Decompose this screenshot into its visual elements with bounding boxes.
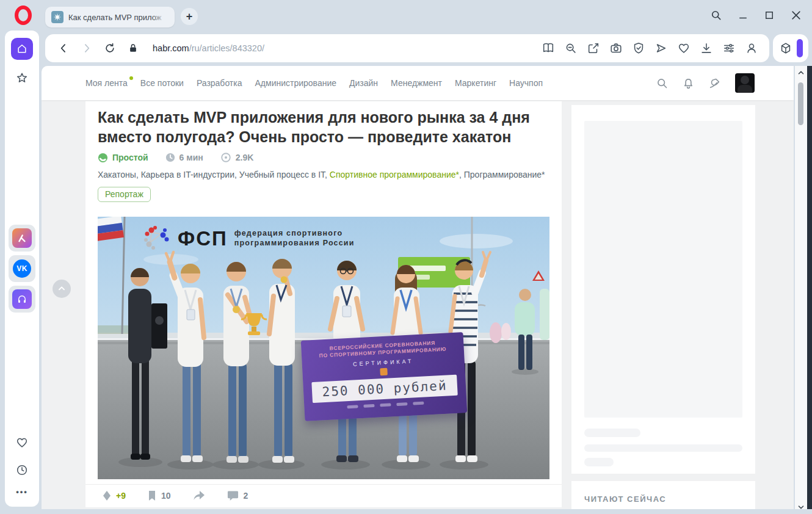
chevron-up-icon xyxy=(57,284,67,294)
share-button[interactable] xyxy=(193,490,205,501)
sidebar-more-icon[interactable]: ••• xyxy=(16,487,28,496)
url-host: habr.com xyxy=(153,43,189,53)
road-warning-sign xyxy=(532,270,545,281)
habr-nav-item[interactable]: Маркетинг xyxy=(455,78,496,88)
web-page: Моя лента Все потоки Разработка Админист… xyxy=(42,66,794,514)
article-cover-photo: ФСП федерация спортивного программирован… xyxy=(98,217,549,479)
habr-nav-item[interactable]: Дизайн xyxy=(349,78,378,88)
unread-dot xyxy=(129,76,133,80)
headphones-icon xyxy=(12,289,32,309)
close-icon[interactable] xyxy=(790,9,802,21)
history-clock-icon[interactable] xyxy=(15,463,29,477)
ad-placeholder xyxy=(584,121,742,418)
extension-cube-icon[interactable] xyxy=(779,42,792,55)
difficulty-icon xyxy=(98,153,108,163)
article-stats-bar: +9 10 2 xyxy=(85,484,562,507)
gradient-app-icon xyxy=(12,228,32,248)
vk-icon: VK xyxy=(13,259,31,278)
article-card: Как сделать MVP приложения для нового ры… xyxy=(85,101,562,507)
browser-update-pill[interactable] xyxy=(797,39,803,57)
share-icon xyxy=(193,490,205,501)
search-icon[interactable] xyxy=(656,77,669,90)
hub-link[interactable]: Спортивное программирование* xyxy=(330,170,459,179)
habr-nav-item[interactable]: Разработка xyxy=(197,78,242,88)
hub-link[interactable]: Программирование* xyxy=(464,170,545,179)
page-scrollbar[interactable] xyxy=(795,66,807,514)
views-count: 2.9K xyxy=(220,152,254,163)
settings-sliders-icon[interactable] xyxy=(722,42,736,55)
fsp-logo: ФСП федерация спортивного программирован… xyxy=(143,224,355,252)
scroll-to-top-button[interactable] xyxy=(53,280,71,298)
browser-tab[interactable]: Как сделать MVP прилож xyxy=(45,7,175,27)
fsp-molecule-icon xyxy=(143,224,171,252)
reload-icon[interactable] xyxy=(103,41,117,56)
format-badge[interactable]: Репортаж xyxy=(98,187,151,202)
comment-icon xyxy=(227,490,239,501)
address-bar-actions xyxy=(542,42,758,55)
prize-amount: 250 000 рублей xyxy=(311,375,457,403)
hub: Спортивное программирование*, xyxy=(330,170,464,179)
maximize-icon[interactable] xyxy=(764,10,775,21)
hub-link[interactable]: Учебный процесс в IT xyxy=(239,170,325,179)
window-titlebar: Как сделать MVP прилож + xyxy=(0,0,812,31)
send-to-device-icon[interactable] xyxy=(654,42,668,55)
hub-link[interactable]: Карьера в IT-индустрии xyxy=(141,170,234,179)
eye-icon xyxy=(220,152,231,163)
window-bottom-edge xyxy=(0,509,812,514)
scrollbar-up-icon[interactable] xyxy=(797,68,805,77)
bookmark-button[interactable]: 10 xyxy=(148,490,171,501)
minimize-icon[interactable] xyxy=(738,10,749,21)
read-time: 6 мин xyxy=(165,153,203,162)
snapshot-icon[interactable] xyxy=(587,42,600,55)
article-meta: Простой 6 мин 2.9K xyxy=(98,151,549,164)
bookmark-icon xyxy=(148,490,156,501)
hub: Программирование* xyxy=(464,170,545,179)
habr-favicon-icon xyxy=(51,11,63,23)
zoom-out-icon[interactable] xyxy=(564,42,578,55)
sidebar-heart-icon[interactable] xyxy=(15,435,29,450)
window-right-edge xyxy=(807,66,812,514)
opera-logo-icon[interactable] xyxy=(15,5,32,25)
opera-sidebar: VK ••• xyxy=(5,31,39,507)
habr-nav-item[interactable]: Все потоки xyxy=(140,78,184,88)
address-bar[interactable]: habr.com/ru/articles/843320/ xyxy=(45,34,769,62)
sidebar-app-music[interactable] xyxy=(9,286,35,313)
habr-nav-item[interactable]: Научпоп xyxy=(509,78,543,88)
habr-nav-item[interactable]: Моя лента xyxy=(85,78,128,88)
sidebar-app-vk[interactable]: VK xyxy=(9,255,35,282)
forward-icon[interactable] xyxy=(79,41,94,56)
lock-icon[interactable] xyxy=(126,41,140,56)
download-icon[interactable] xyxy=(700,42,713,55)
certificate-emblem xyxy=(380,368,388,376)
habr-nav: Моя лента Все потоки Разработка Админист… xyxy=(85,66,543,100)
heart-icon[interactable] xyxy=(677,42,691,55)
url-field[interactable]: habr.com/ru/articles/843320/ xyxy=(153,43,264,53)
vote-button[interactable]: +9 xyxy=(103,490,126,501)
new-tab-button[interactable]: + xyxy=(181,8,198,25)
habr-header-actions xyxy=(656,66,755,100)
window-search-icon[interactable] xyxy=(710,9,722,21)
sidebar-home-button[interactable] xyxy=(11,38,33,60)
user-avatar[interactable] xyxy=(735,73,755,93)
hub-link[interactable]: Хакатоны xyxy=(98,170,136,179)
back-icon[interactable] xyxy=(56,41,71,56)
scrollbar-thumb[interactable] xyxy=(798,82,803,125)
shield-check-icon[interactable] xyxy=(632,42,645,55)
bookmarks-star-icon[interactable] xyxy=(15,71,29,85)
reader-mode-icon[interactable] xyxy=(542,42,555,55)
sidebar-app-gradient[interactable] xyxy=(9,225,35,252)
habr-nav-item[interactable]: Администрирование xyxy=(255,78,337,88)
hub: Хакатоны, xyxy=(98,170,141,179)
rating-icon xyxy=(103,490,111,501)
extensions-panel xyxy=(773,34,808,62)
profile-icon[interactable] xyxy=(745,42,758,55)
article-hubs: Хакатоны, Карьера в IT-индустрии, Учебны… xyxy=(98,170,549,182)
skeleton-line xyxy=(584,444,742,452)
write-pen-icon[interactable] xyxy=(708,76,722,90)
bell-icon[interactable] xyxy=(682,77,695,90)
comments-button[interactable]: 2 xyxy=(227,490,248,501)
habr-nav-item[interactable]: Менеджмент xyxy=(391,78,442,88)
tab-title-fade xyxy=(151,9,170,25)
fsp-caption: федерация спортивного программирования Р… xyxy=(234,228,355,248)
camera-icon[interactable] xyxy=(609,42,623,55)
